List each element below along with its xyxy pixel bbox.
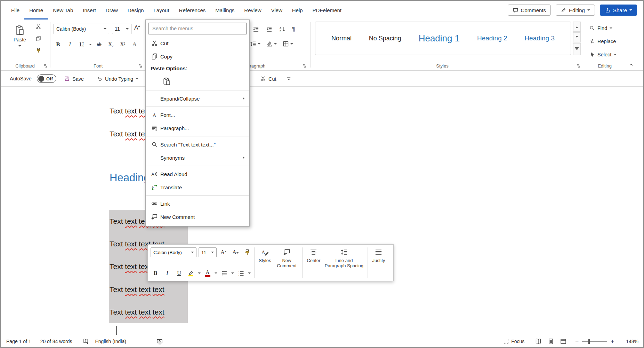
show-paragraph-marks-button[interactable]: ¶ [291, 25, 296, 33]
clipboard-dialog-launcher[interactable] [43, 64, 48, 69]
tab-insert[interactable]: Insert [78, 1, 101, 19]
increase-indent-button[interactable] [265, 25, 273, 33]
tab-view[interactable]: View [266, 1, 287, 19]
proofing-errors-button[interactable] [82, 338, 89, 345]
mini-grow-font-button[interactable]: A [219, 247, 228, 258]
mini-numbering-button[interactable]: 123 [236, 268, 246, 278]
select-button[interactable]: Select [589, 49, 617, 60]
decrease-indent-button[interactable] [252, 25, 260, 33]
zoom-level[interactable]: 148% [626, 339, 638, 344]
mini-highlight-button[interactable] [186, 268, 196, 278]
menu-item-cut[interactable]: Cut [146, 37, 249, 50]
find-button[interactable]: Find [589, 23, 617, 33]
web-layout-button[interactable] [560, 338, 567, 345]
undo-button[interactable]: Undo Typing [97, 76, 138, 82]
tab-layout[interactable]: Layout [149, 1, 174, 19]
paragraph-dialog-launcher[interactable] [302, 64, 307, 69]
mini-line-and-paragraph-spacing-button[interactable]: Line and Paragraph Spacing [322, 247, 365, 279]
style-normal[interactable]: Normal [331, 35, 352, 42]
styles-gallery-more-button[interactable] [573, 43, 581, 55]
styles-dialog-launcher[interactable] [576, 64, 581, 69]
comments-button[interactable]: Comments [508, 5, 551, 16]
font-dialog-launcher[interactable] [138, 64, 143, 69]
share-button[interactable]: Share [600, 5, 637, 16]
replace-button[interactable]: Replace [589, 36, 617, 46]
menu-item-font[interactable]: AFont... [146, 108, 249, 121]
tab-review[interactable]: Review [239, 1, 266, 19]
mini-center-button[interactable]: Center [305, 247, 322, 279]
autosave-toggle[interactable]: Off [37, 74, 56, 83]
menu-item-synonyms[interactable]: Synonyms [146, 151, 249, 164]
paste-option-keep-source-button[interactable] [160, 74, 174, 88]
zoom-in-button[interactable]: + [611, 338, 614, 345]
collapse-ribbon-button[interactable] [628, 62, 634, 68]
cut-button[interactable] [35, 23, 42, 30]
document-area[interactable]: Text text text textText text text text H… [1, 87, 643, 335]
mini-styles-button[interactable]: AStyles [257, 247, 273, 279]
text-line[interactable]: Text text text text [110, 278, 188, 301]
tab-help[interactable]: Help [287, 1, 308, 19]
tab-mailings[interactable]: Mailings [210, 1, 239, 19]
font-size-select[interactable]: 11 [112, 24, 131, 34]
menu-item-search-text-text-text[interactable]: Search "Text text text..." [146, 138, 249, 151]
menu-item-translate[interactable]: ATranslate [146, 181, 249, 194]
save-button[interactable]: Save [64, 76, 84, 82]
grow-font-button[interactable]: A [134, 24, 140, 34]
menu-search-input[interactable]: Search the menus [148, 23, 247, 34]
tab-design[interactable]: Design [123, 1, 149, 19]
mini-underline-button[interactable]: U [174, 268, 184, 278]
sort-button[interactable]: AZ [278, 25, 287, 33]
language-indicator[interactable]: English (India) [95, 339, 126, 344]
strikethrough-button[interactable]: ab [95, 39, 104, 50]
tab-file[interactable]: File [6, 1, 24, 19]
underline-button[interactable]: U [77, 39, 86, 50]
document-heading[interactable]: Heading [110, 172, 150, 184]
mini-format-painter-button[interactable] [242, 247, 252, 258]
editing-mode-button[interactable]: Editing [556, 5, 595, 16]
tab-new-tab[interactable]: New Tab [48, 1, 78, 19]
mini-bullets-button[interactable] [219, 268, 229, 278]
text-effects-button[interactable]: A [130, 39, 139, 50]
tab-references[interactable]: References [174, 1, 211, 19]
subscript-button[interactable]: X₂ [106, 39, 115, 50]
tab-home[interactable]: Home [24, 1, 48, 19]
styles-scroll-up-button[interactable] [573, 22, 581, 32]
mini-font-color-button[interactable]: A [203, 268, 212, 278]
menu-item-expand-collapse[interactable]: Expand/Collapse [146, 92, 249, 105]
bold-button[interactable]: B [54, 39, 63, 50]
style-no-spacing[interactable]: No Spacing [369, 35, 401, 42]
tab-draw[interactable]: Draw [101, 1, 123, 19]
page-indicator[interactable]: Page 1 of 1 [6, 339, 31, 344]
menu-item-copy[interactable]: Copy [146, 50, 249, 63]
font-name-select[interactable]: Calibri (Body) [54, 24, 109, 34]
zoom-out-button[interactable]: − [575, 338, 579, 345]
read-mode-button[interactable] [535, 338, 542, 345]
shading-button[interactable] [265, 40, 277, 48]
mini-new-comment-button[interactable]: New Comment [273, 247, 300, 279]
mini-bold-button[interactable]: B [151, 268, 160, 278]
zoom-slider[interactable] [582, 341, 607, 342]
copy-button[interactable] [35, 35, 42, 42]
style-heading-2[interactable]: Heading 2 [477, 34, 507, 42]
mini-font-name-select[interactable]: Calibri (Body) [151, 247, 196, 257]
menu-item-read-aloud[interactable]: ARead Aloud [146, 167, 249, 181]
mini-italic-button[interactable]: I [162, 268, 172, 278]
quick-cut-button[interactable]: Cut [260, 76, 276, 82]
text-line[interactable]: Text text text text [110, 301, 188, 323]
paste-button[interactable]: Paste [9, 22, 31, 58]
mini-font-size-select[interactable]: 11 [199, 247, 217, 257]
mini-shrink-font-button[interactable]: A [231, 247, 240, 258]
style-heading-3[interactable]: Heading 3 [524, 34, 555, 42]
line-spacing-button[interactable] [249, 40, 261, 48]
word-count[interactable]: 20 of 84 words [40, 339, 72, 344]
borders-button[interactable] [282, 40, 294, 48]
styles-scroll-down-button[interactable] [573, 32, 581, 42]
superscript-button[interactable]: X² [118, 39, 127, 50]
style-heading-1[interactable]: Heading 1 [419, 33, 460, 44]
toolbar-overflow-button[interactable] [286, 76, 292, 82]
italic-button[interactable]: I [65, 39, 74, 50]
format-painter-button[interactable] [35, 47, 42, 54]
zoom-slider-thumb[interactable] [588, 339, 590, 344]
menu-item-link[interactable]: Link [146, 197, 249, 210]
mini-justify-button[interactable]: Justify [370, 247, 387, 279]
